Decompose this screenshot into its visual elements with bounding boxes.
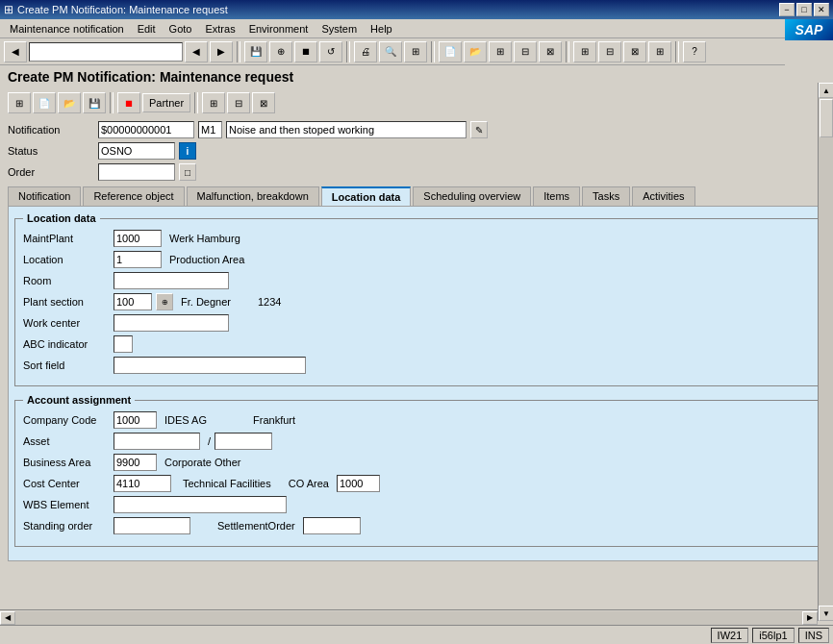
stop-button[interactable]: ⏹ [294,41,317,62]
hscroll-track[interactable] [15,611,802,625]
tab-tasks[interactable]: Tasks [582,186,630,206]
tab-activities[interactable]: Activities [632,186,694,206]
app-icon: ⊞ [4,3,13,16]
status-info-button[interactable]: i [179,142,196,160]
refresh-button[interactable]: ↺ [319,41,342,62]
work-center-input[interactable] [114,314,229,332]
hscroll-right-button[interactable]: ▶ [802,611,818,625]
partner-button[interactable]: Partner [142,93,190,112]
separator4 [566,41,569,62]
separator1 [237,41,240,62]
order-input[interactable] [98,163,175,181]
co-area-input[interactable] [337,475,380,492]
tab-notification[interactable]: Notification [8,186,81,206]
tab-malfunction[interactable]: Malfunction, breakdown [187,186,319,206]
menu-system[interactable]: System [316,21,363,37]
tab-items[interactable]: Items [533,186,580,206]
asset-label: Asset [23,435,110,447]
toolbar2-btn5[interactable]: ⏹ [117,92,140,113]
cost-center-name: Technical Facilities [179,478,271,489]
status-input[interactable] [98,142,175,160]
menu-maintenance-notification[interactable]: Maintenance notification [4,21,130,37]
status-label: Status [8,145,94,157]
save-button[interactable]: 💾 [244,41,267,62]
maint-plant-input[interactable] [114,230,162,247]
notification-type-input[interactable] [198,121,222,138]
toolbar2-btn1[interactable]: ⊞ [8,92,31,113]
open-button[interactable]: 📂 [464,41,487,62]
menu-goto[interactable]: Goto [164,21,198,37]
toolbar-btn-g[interactable]: ⊞ [648,41,671,62]
toolbar-btn-b[interactable]: ⊟ [514,41,537,62]
toolbar-btn-c[interactable]: ⊠ [539,41,562,62]
location-label: Location [23,254,110,265]
settlement-order-input[interactable] [303,517,361,534]
nav-next-button[interactable]: ▶ [210,41,233,62]
hscroll-left-button[interactable]: ◀ [0,611,15,625]
company-code-label: Company Code [23,414,110,426]
asset-input[interactable] [114,433,200,450]
plant-section-input[interactable] [114,293,152,310]
company-code-input[interactable] [114,411,157,429]
sep-t2 [110,92,114,113]
toolbar-btn-d[interactable]: ⊞ [573,41,596,62]
command-input[interactable] [29,42,183,62]
maximize-button[interactable]: □ [796,3,812,16]
order-edit-button[interactable]: □ [179,163,196,181]
co-area-label: CO Area [285,478,329,489]
asset-sub-input[interactable] [215,433,272,450]
page-title: Create PM Notification: Maintenance requ… [8,69,825,85]
account-assignment-section: Account assignment Company Code IDES AG … [14,394,819,547]
toolbar2-btn4[interactable]: 💾 [83,92,106,113]
scroll-up-button[interactable]: ▲ [819,83,833,98]
wbs-element-row: WBS Element [23,496,810,513]
scroll-track[interactable] [819,98,833,606]
new-button[interactable]: 📄 [439,41,462,62]
toolbar2-btn3[interactable]: 📂 [58,92,81,113]
back-button[interactable]: ◀ [4,41,27,62]
company-code-row: Company Code IDES AG Frankfurt [23,411,810,429]
toolbar-btn-e[interactable]: ⊟ [598,41,621,62]
location-input[interactable] [114,251,162,268]
sort-field-input[interactable] [114,357,306,374]
tab-reference-object[interactable]: Reference object [83,186,184,206]
plant-section-button[interactable]: ⊕ [156,293,173,310]
tab-location-data[interactable]: Location data [321,186,412,206]
notification-description-input[interactable] [226,121,467,138]
standing-order-input[interactable] [114,517,190,534]
find-button[interactable]: 🔍 [379,41,402,62]
cost-center-input[interactable] [114,475,171,492]
print-button[interactable]: 🖨 [354,41,377,62]
toolbar2-btn7[interactable]: ⊟ [227,92,250,113]
toolbar2-btn6[interactable]: ⊞ [202,92,225,113]
help-button[interactable]: ? [683,41,706,62]
menu-environment[interactable]: Environment [243,21,315,37]
close-button[interactable]: ✕ [814,3,829,16]
notification-edit-button[interactable]: ✎ [470,121,488,138]
notification-value-input[interactable] [98,121,194,138]
menu-extras[interactable]: Extras [199,21,240,37]
wbs-element-input[interactable] [114,496,287,513]
toolbar-btn-a[interactable]: ⊞ [489,41,512,62]
horizontal-scrollbar[interactable]: ◀ ▶ [0,609,818,625]
title-bar-buttons[interactable]: − □ ✕ [779,3,829,16]
shortcut-button[interactable]: ⊕ [269,41,292,62]
tab-scheduling-overview[interactable]: Scheduling overview [413,186,531,206]
menu-edit[interactable]: Edit [132,21,162,37]
toolbar-btn-f[interactable]: ⊠ [623,41,646,62]
nav-prev-button[interactable]: ◀ [185,41,208,62]
vertical-scrollbar[interactable]: ▲ ▼ [818,83,833,621]
asset-row: Asset / [23,433,810,450]
business-area-input[interactable] [114,454,157,471]
room-input[interactable] [114,272,229,289]
scroll-thumb[interactable] [820,99,833,137]
minimize-button[interactable]: − [779,3,795,16]
location-data-section: Location data MaintPlant Werk Hamburg Lo… [14,212,819,386]
menu-help[interactable]: Help [365,21,398,37]
find-next-button[interactable]: ⊞ [404,41,427,62]
toolbar2-btn2[interactable]: 📄 [33,92,56,113]
toolbar2-btn8[interactable]: ⊠ [252,92,275,113]
second-toolbar: ⊞ 📄 📂 💾 ⏹ Partner ⊞ ⊟ ⊠ [0,92,833,115]
scroll-down-button[interactable]: ▼ [819,606,833,621]
abc-indicator-input[interactable] [114,335,133,353]
